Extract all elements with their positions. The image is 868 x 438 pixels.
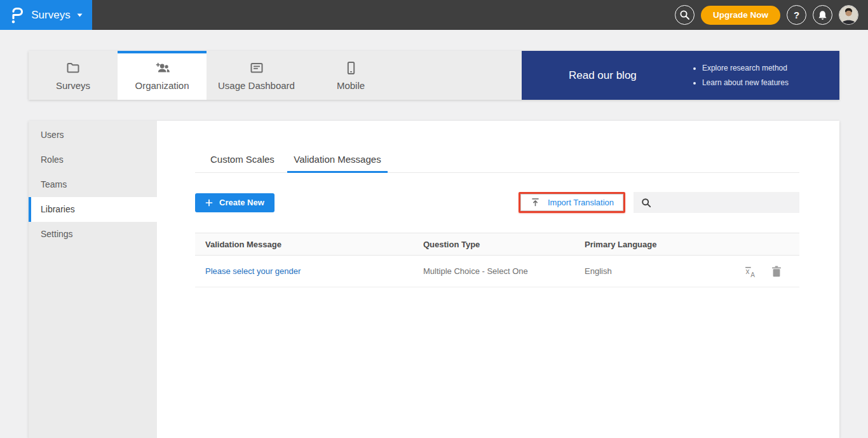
module-tab-label: Organization [135,80,189,91]
read-our-blog-banner[interactable]: Read our blog Explore research method Le… [522,51,839,100]
blog-banner-bullets: Explore research method Learn about new … [693,61,789,90]
primary-language-cell: English [574,266,729,276]
dashboard-icon [249,60,264,76]
sidebar-item-roles[interactable]: Roles [29,147,157,172]
column-header-validation-message: Validation Message [195,240,413,249]
module-tab-organization[interactable]: Organization [118,51,207,100]
sidebar-item-teams[interactable]: Teams [29,172,157,197]
module-tab-label: Surveys [56,80,90,91]
library-tabs: Custom Scales Validation Messages [195,147,799,173]
content-area: Custom Scales Validation Messages Create… [157,121,839,438]
sidebar: Users Roles Teams Libraries Settings [29,121,157,438]
module-nav: Surveys Organization Usage Dashboard [29,51,839,100]
delete-icon[interactable] [771,266,782,277]
module-tab-usage-dashboard[interactable]: Usage Dashboard [207,51,306,100]
sidebar-item-users[interactable]: Users [29,123,157,147]
translate-icon[interactable]: x A [744,265,757,278]
user-photo [839,6,858,24]
table-search [634,192,799,213]
blog-bullet: Learn about new features [702,76,789,90]
folder-icon [65,60,81,76]
toolbar: Create New Import Translation [195,192,799,213]
import-translation-label: Import Translation [548,198,614,207]
row-actions: x A [729,265,799,278]
create-new-button[interactable]: Create New [195,193,275,212]
column-header-question-type: Question Type [413,240,574,249]
questionpro-logo-icon [10,6,25,24]
module-tab-label: Mobile [337,80,365,91]
module-tabs: Surveys Organization Usage Dashboard [29,51,522,100]
validation-message-link[interactable]: Please select your gender [195,266,413,276]
product-name: Surveys [31,9,70,22]
question-mark-icon: ? [794,10,799,20]
module-tab-label: Usage Dashboard [218,80,295,91]
svg-text:x: x [745,266,749,275]
annotation-highlight-box: Import Translation [519,192,625,213]
upgrade-button[interactable]: Upgrade Now [701,6,780,25]
module-tab-mobile[interactable]: Mobile [306,51,395,100]
column-header-primary-language: Primary Language [574,240,729,249]
topbar: Surveys Upgrade Now ? [0,0,868,30]
help-button[interactable]: ? [787,5,806,25]
person-add-icon [154,60,170,76]
mobile-icon [343,60,358,76]
bell-icon [818,10,827,20]
validation-messages-table: Validation Message Question Type Primary… [195,233,799,287]
tab-validation-messages[interactable]: Validation Messages [287,147,387,173]
search-icon [641,198,651,208]
tab-custom-scales[interactable]: Custom Scales [204,147,281,173]
avatar[interactable] [839,5,858,25]
svg-text:A: A [750,271,755,277]
sidebar-item-settings[interactable]: Settings [29,222,157,247]
table-header-row: Validation Message Question Type Primary… [195,233,799,256]
chevron-down-icon [77,13,83,17]
blog-banner-title: Read our blog [569,69,637,82]
topbar-actions: Upgrade Now ? [675,5,868,25]
main-panel: Users Roles Teams Libraries Settings Cus… [29,121,839,438]
plus-icon [205,199,213,207]
module-tab-surveys[interactable]: Surveys [29,51,118,100]
search-button[interactable] [675,5,695,25]
search-icon [679,10,690,20]
notifications-button[interactable] [813,5,832,25]
import-translation-button[interactable]: Import Translation [520,194,623,211]
create-new-label: Create New [219,198,264,207]
search-input[interactable] [656,192,799,213]
blog-bullet: Explore research method [702,61,789,76]
sidebar-item-libraries[interactable]: Libraries [29,197,157,222]
upload-icon [530,197,541,208]
table-row: Please select your gender Multiple Choic… [195,256,799,287]
product-switcher[interactable]: Surveys [0,0,92,30]
question-type-cell: Multiple Choice - Select One [413,266,574,276]
